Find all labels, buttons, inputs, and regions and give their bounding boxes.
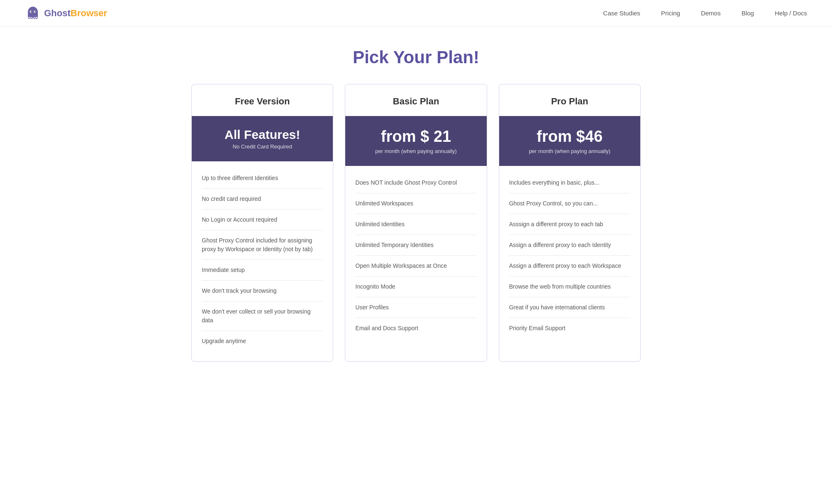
feature-item-free-7: Upgrade anytime xyxy=(202,331,323,351)
card-features-free: Up to three different IdentitiesNo credi… xyxy=(192,161,333,361)
card-header-free: Free Version xyxy=(192,84,333,116)
feature-item-pro-7: Priority Email Support xyxy=(509,318,630,338)
card-price-main-basic: from $ 21 xyxy=(355,128,476,146)
feature-item-free-0: Up to three different Identities xyxy=(202,168,323,189)
card-name-free: Free Version xyxy=(202,96,323,107)
feature-item-pro-4: Assign a different proxy to each Workspa… xyxy=(509,256,630,277)
logo[interactable]: GhostBrowser xyxy=(25,5,107,21)
feature-item-basic-0: Does NOT include Ghost Proxy Control xyxy=(355,173,476,193)
nav-link-demos[interactable]: Demos xyxy=(701,10,721,17)
page-title-section: Pick Your Plan! xyxy=(0,27,832,84)
card-price-sub-basic: per month (when paying annually) xyxy=(355,148,476,154)
feature-item-basic-6: User Profiles xyxy=(355,297,476,318)
feature-item-pro-0: Includes everything in basic, plus... xyxy=(509,173,630,193)
pricing-card-basic: Basic Planfrom $ 21per month (when payin… xyxy=(345,84,487,362)
card-name-pro: Pro Plan xyxy=(509,96,630,107)
page-title: Pick Your Plan! xyxy=(8,47,824,67)
pricing-card-free: Free VersionAll Features!No Credit Card … xyxy=(191,84,333,362)
card-price-block-basic: from $ 21per month (when paying annually… xyxy=(345,116,486,166)
feature-item-basic-1: Unlimited Workspaces xyxy=(355,193,476,214)
nav-link-pricing[interactable]: Pricing xyxy=(661,10,680,17)
feature-item-basic-5: Incognito Mode xyxy=(355,277,476,297)
card-price-sub-free: No Credit Card Required xyxy=(202,143,323,150)
nav-link-blog[interactable]: Blog xyxy=(741,10,754,17)
feature-item-free-1: No credit card required xyxy=(202,189,323,210)
card-features-pro: Includes everything in basic, plus...Gho… xyxy=(499,166,640,348)
card-price-block-free: All Features!No Credit Card Required xyxy=(192,116,333,161)
card-features-basic: Does NOT include Ghost Proxy ControlUnli… xyxy=(345,166,486,348)
feature-item-free-4: Immediate setup xyxy=(202,260,323,281)
card-name-basic: Basic Plan xyxy=(355,96,476,107)
card-price-main-pro: from $46 xyxy=(509,128,630,146)
feature-item-basic-3: Unlimited Temporary Identities xyxy=(355,235,476,256)
pricing-cards: Free VersionAll Features!No Credit Card … xyxy=(166,84,666,387)
card-price-sub-pro: per month (when paying annually) xyxy=(509,148,630,154)
feature-item-free-2: No Login or Account required xyxy=(202,210,323,230)
feature-item-free-3: Ghost Proxy Control included for assigni… xyxy=(202,230,323,260)
logo-browser-text: Browser xyxy=(71,8,107,19)
svg-rect-1 xyxy=(28,12,38,17)
pricing-card-pro: Pro Planfrom $46per month (when paying a… xyxy=(499,84,641,362)
nav-link-help--docs[interactable]: Help / Docs xyxy=(775,10,807,17)
feature-item-free-5: We don't track your browsing xyxy=(202,281,323,301)
feature-item-basic-7: Email and Docs Support xyxy=(355,318,476,338)
card-price-block-pro: from $46per month (when paying annually) xyxy=(499,116,640,166)
feature-item-basic-2: Unlimited Identities xyxy=(355,214,476,235)
card-header-basic: Basic Plan xyxy=(345,84,486,116)
nav-link-case-studies[interactable]: Case Studies xyxy=(603,10,640,17)
feature-item-free-6: We don't ever collect or sell your brows… xyxy=(202,301,323,331)
nav-links: Case StudiesPricingDemosBlogHelp / Docs xyxy=(603,10,807,17)
feature-item-pro-1: Ghost Proxy Control, so you can... xyxy=(509,193,630,214)
card-header-pro: Pro Plan xyxy=(499,84,640,116)
feature-item-pro-3: Assign a different proxy to each Identit… xyxy=(509,235,630,256)
navigation: GhostBrowser Case StudiesPricingDemosBlo… xyxy=(0,0,832,27)
svg-point-4 xyxy=(31,11,32,12)
feature-item-pro-5: Browse the web from multiple countries xyxy=(509,277,630,297)
feature-item-pro-2: Asssign a different proxy to each tab xyxy=(509,214,630,235)
logo-icon xyxy=(25,5,41,21)
logo-ghost-text: Ghost xyxy=(44,8,71,19)
feature-item-pro-6: Great if you have international clients xyxy=(509,297,630,318)
svg-point-5 xyxy=(35,11,36,12)
card-price-main-free: All Features! xyxy=(202,128,323,142)
feature-item-basic-4: Open Multiple Workspaces at Once xyxy=(355,256,476,277)
